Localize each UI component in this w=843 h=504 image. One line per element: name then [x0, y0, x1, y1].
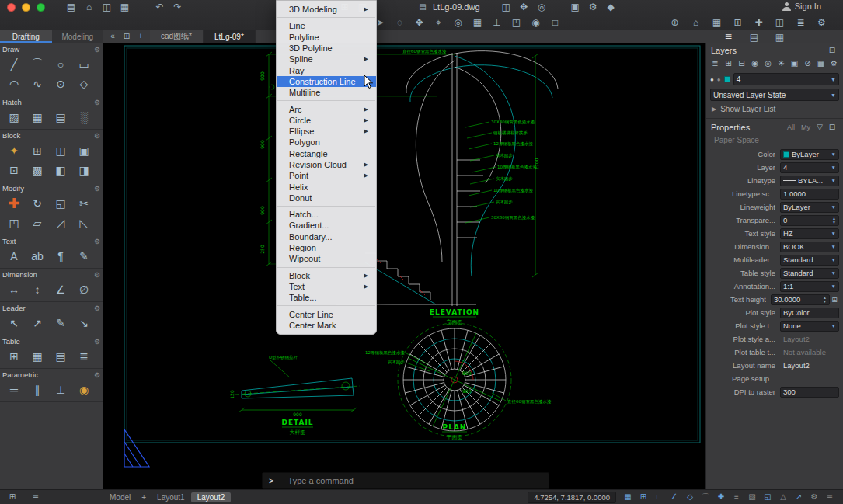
stepper-arrows-icon[interactable]: ▲▼	[823, 296, 827, 303]
filter-icon[interactable]: ▽	[813, 121, 826, 133]
object-snap-icon[interactable]: ◇	[685, 492, 695, 503]
single-line-text-tool-icon[interactable]: ab	[26, 246, 49, 266]
menu-item-multiline[interactable]: Multiline	[277, 87, 376, 98]
add-layout-button[interactable]: +	[137, 493, 151, 502]
remove-leader-tool-icon[interactable]: ↘	[72, 313, 96, 332]
dimension-style-dropdown[interactable]: BOOK ▼	[780, 242, 839, 252]
multileader-tool-icon[interactable]: ↖	[2, 313, 26, 332]
drawing-canvas[interactable]: 900 900 900 250	[103, 43, 705, 489]
gradient-tool-icon[interactable]: ▦	[26, 107, 49, 127]
linear-dimension-tool-icon[interactable]: ↔	[2, 280, 26, 299]
move-tool-icon[interactable]: ✚	[2, 193, 26, 213]
properties-all-button[interactable]: All	[784, 123, 798, 131]
sync-attributes-tool-icon[interactable]: ◧	[49, 160, 72, 179]
layer-freeze-icon[interactable]: ▣	[789, 58, 800, 69]
menu-item-polygon[interactable]: Polygon	[277, 137, 376, 148]
menu-item-arc[interactable]: Arc▶	[277, 103, 376, 114]
layer-list-icon[interactable]: ≣	[709, 58, 721, 69]
grid-display-icon[interactable]: ▦	[709, 16, 724, 28]
model-tab[interactable]: Model	[103, 492, 137, 502]
file-tab-cad[interactable]: cad图纸*	[150, 30, 204, 43]
materials-icon[interactable]: ◆	[604, 2, 618, 13]
zoom-window-button[interactable]	[37, 3, 45, 12]
plot-style-table-dropdown[interactable]: None ▼	[780, 321, 839, 332]
palette-grid-icon[interactable]: ⊞	[6, 492, 19, 503]
angular-dimension-tool-icon[interactable]: ∠	[49, 280, 72, 299]
home-view-icon[interactable]: ⌂	[688, 16, 703, 28]
add-object-icon[interactable]: ✚	[751, 16, 766, 28]
ellipse-arc-tool-icon[interactable]: ◠	[2, 74, 26, 93]
circle-tool-icon[interactable]: ○	[49, 54, 72, 74]
customization-icon[interactable]: ≣	[824, 492, 835, 503]
menu-item-ray[interactable]: Ray	[277, 64, 376, 75]
snap-display-icon[interactable]: ⊞	[730, 16, 745, 28]
stepper-arrows-icon[interactable]: ▲▼	[832, 217, 836, 224]
annotation-visibility-icon[interactable]: △	[778, 492, 789, 503]
manage-attributes-tool-icon[interactable]: ▩	[26, 160, 49, 179]
stretch-tool-icon[interactable]: ▱	[26, 213, 49, 232]
create-block-tool-icon[interactable]: ⊞	[26, 141, 49, 160]
transparency-display-icon[interactable]: ▨	[747, 492, 758, 503]
mtext-tool-icon[interactable]: A	[2, 246, 26, 266]
pan-tool-icon[interactable]: ✥	[412, 16, 427, 28]
panel-popout-icon[interactable]: ⊡	[826, 44, 838, 56]
layer-on-icon[interactable]: ◉	[749, 58, 761, 69]
add-leader-tool-icon[interactable]: ↗	[26, 313, 49, 332]
menu-item-table[interactable]: Table...	[277, 292, 376, 303]
list-view-icon[interactable]: ≣	[793, 16, 808, 28]
table-style-dropdown[interactable]: Standard ▼	[780, 268, 839, 279]
parallel-constraint-tool-icon[interactable]: ∥	[26, 380, 49, 399]
show-layer-list-toggle[interactable]: ▶ Show Layer List	[706, 104, 843, 116]
settings-gear-icon[interactable]: ⚙	[814, 16, 829, 28]
tab-modeling[interactable]: Modeling	[52, 30, 104, 43]
file-tab-ltlg09[interactable]: LtLg-09*	[204, 30, 256, 43]
edit-block-tool-icon[interactable]: ◫	[49, 141, 72, 160]
menu-item-center-mark[interactable]: Center Mark	[277, 320, 376, 331]
table-from-data-tool-icon[interactable]: ▦	[26, 346, 49, 366]
layer-state-dropdown[interactable]: Unsaved Layer State ▼	[710, 89, 839, 101]
steering-wheel-icon[interactable]: ◉	[528, 16, 543, 28]
plot-style-field[interactable]: ByColor	[780, 308, 839, 318]
lineweight-display-icon[interactable]: ≡	[731, 492, 742, 503]
hatch-tool-icon[interactable]: ▨	[2, 107, 26, 127]
transparency-stepper[interactable]: 0 ▲▼	[780, 215, 839, 226]
reference-palette-tab[interactable]: ▦	[772, 31, 787, 43]
horizontal-constraint-tool-icon[interactable]: ═	[2, 380, 26, 399]
menu-item-donut[interactable]: Donut	[277, 193, 376, 203]
perpendicular-constraint-tool-icon[interactable]: ⊥	[49, 380, 72, 399]
rectangle-tool-icon[interactable]: ▭	[72, 54, 96, 74]
sign-in-button[interactable]: Sign In	[782, 2, 821, 11]
tab-overview-icon[interactable]: ⊞	[120, 31, 133, 43]
text-height-stepper[interactable]: 30.0000 ▲▼	[771, 294, 830, 305]
menu-item-ellipse[interactable]: Ellipse▶	[277, 126, 376, 137]
fillet-tool-icon[interactable]: ◿	[49, 213, 72, 232]
layout2-tab[interactable]: Layout2	[191, 492, 232, 502]
viewport-icon[interactable]: ◫	[499, 2, 514, 13]
section-gear-icon[interactable]: ⚙	[94, 132, 100, 140]
donut-tool-icon[interactable]: ⊙	[49, 74, 72, 93]
menu-item-block[interactable]: Block▶	[277, 270, 376, 281]
new-file-icon[interactable]: ▤	[64, 2, 78, 13]
layout1-tab[interactable]: Layout1	[151, 492, 191, 502]
properties-palette-tab[interactable]: ▤	[747, 31, 761, 43]
line-tool-icon[interactable]: ╱	[2, 54, 26, 74]
annotation-scale-icon[interactable]: ↗	[793, 492, 804, 503]
lasso-select-icon[interactable]: ◌	[392, 16, 407, 28]
add-plotter-icon[interactable]: ⊕	[667, 16, 682, 28]
current-layer-dropdown[interactable]: 4 ▼	[733, 73, 839, 85]
layer-color-swatch[interactable]	[724, 76, 730, 82]
copy-tool-icon[interactable]: ◱	[49, 193, 72, 213]
pin-icon[interactable]: ⊡	[826, 121, 838, 133]
menu-item-text[interactable]: Text▶	[277, 281, 376, 292]
print-icon[interactable]: ▦	[117, 2, 132, 13]
boundary-tool-icon[interactable]: ▤	[49, 107, 72, 127]
dpi-to-raster-input[interactable]: 300	[780, 387, 839, 398]
layers-palette-tab[interactable]: ≣	[721, 31, 736, 43]
collapse-panel-icon[interactable]: «	[106, 31, 119, 43]
new-tab-icon[interactable]: +	[134, 31, 147, 43]
table-style-tool-icon[interactable]: ≣	[72, 346, 96, 366]
mirror-tool-icon[interactable]: ◰	[2, 213, 26, 232]
layer-settings-icon[interactable]: ⚙	[828, 58, 840, 69]
annotation-scale-dropdown[interactable]: 1:1 ▼	[780, 281, 839, 292]
section-gear-icon[interactable]: ⚙	[94, 99, 100, 106]
